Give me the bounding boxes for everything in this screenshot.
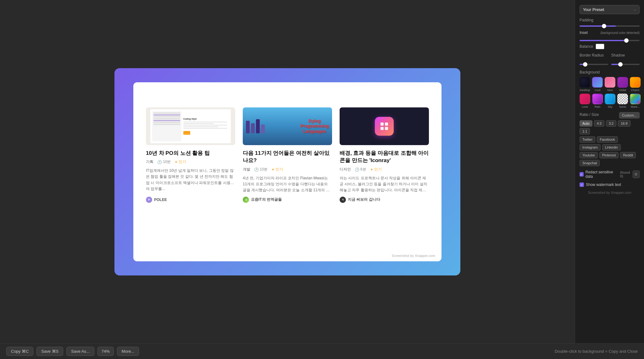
watermark-check-icon: ✓ (580, 183, 583, 187)
redact-row: ✓ Redact sensitive data (found 0) ⚙ (580, 170, 640, 179)
watermark-label: Show watermark text (586, 182, 621, 187)
border-radius-label: Border Radius (580, 53, 608, 57)
ratio-size-label: Ratio / Size (580, 112, 599, 117)
article-title-2: 다음 11가지 언어들은 여전히 살아있나요? (243, 150, 332, 165)
bg-swatch-sky[interactable]: Sky (605, 94, 615, 108)
content-card: Coding Style 🔥 (133, 82, 441, 261)
article-meta-3: 디자인 🕐 6분 ✦ 인기 (340, 167, 429, 172)
bottom-hint: Double-click to background = Copy and Cl… (555, 349, 638, 354)
bg-swatch-cool[interactable]: Cool (592, 77, 603, 92)
bg-swatch-desktop[interactable]: Desktop (580, 77, 590, 92)
ratio-4-3-btn[interactable]: 4:3 (594, 120, 604, 127)
inset-label: Inset (580, 30, 588, 35)
article-time-2: 🕐 10분 (254, 167, 268, 172)
padding-slider[interactable] (580, 25, 640, 27)
watermark-checkbox[interactable]: ✓ (580, 182, 584, 187)
thumb-2-text: DyingProgrammingLanguages (300, 118, 329, 134)
bg-swatch-rain[interactable]: Rain (592, 94, 603, 108)
padding-section: Padding (580, 18, 640, 27)
sidebar: Your Preset ⌄ Padding Inset (background … (575, 0, 644, 343)
article-thumbnail-2: DyingProgrammingLanguages (243, 107, 332, 145)
border-radius-slider[interactable] (580, 64, 608, 65)
custom-button[interactable]: Custom... (619, 112, 640, 118)
article-excerpt-3: 저는 사이드 프로젝트나 문서 작성을 위해 아이콘 제공 서비스, 블러그인 … (340, 175, 429, 193)
article-thumbnail-3 (340, 107, 429, 145)
bg-swatch-charm[interactable]: Charm (630, 77, 641, 92)
bg-swatch-none[interactable]: None (617, 94, 628, 108)
articles-grid: Coding Style 🔥 (146, 107, 429, 203)
article-excerpt-1: IT업계에서만 10년 넘게 일하다 보니, 그동안 정말 많은 협업 툴을 접… (146, 168, 235, 193)
bg-swatch-nice[interactable]: Nice (605, 77, 615, 92)
check-icon: ✓ (580, 173, 583, 176)
article-excerpt-2: 4년 전, 기업가이자 라이프 코치인 Flavian Mwasi는 11개의 … (243, 175, 332, 193)
author-avatar-3: 지 (340, 197, 346, 203)
bg-swatch-violet[interactable]: Violet (617, 77, 628, 92)
article-meta-1: 기획 🕐 10분 ✦ 인기 (146, 159, 235, 165)
canvas-area: Coding Style 🔥 (0, 0, 575, 343)
bottom-left-buttons: Copy ⌘C Save ⌘S Save As... 74% More... (6, 347, 139, 356)
article-category-1: 기획 (146, 159, 153, 165)
social-instagram-btn[interactable]: Instagram (580, 144, 601, 150)
svg-rect-2 (385, 122, 388, 126)
redact-checkbox-row: ✓ Redact sensitive data (found 0) (580, 170, 633, 179)
bg-swatch-more[interactable]: More... (630, 94, 641, 108)
redact-label: Redact sensitive data (586, 170, 618, 179)
social-reddit-btn[interactable]: Reddit (620, 152, 636, 158)
save-as-button[interactable]: Save As... (66, 347, 94, 356)
social-linkedin-btn[interactable]: Linkedin (602, 144, 621, 150)
ratio-3-2-btn[interactable]: 3:2 (606, 120, 616, 127)
redact-gear-button[interactable]: ⚙ (633, 171, 640, 178)
social-pinterest-btn[interactable]: Pinterest (599, 152, 619, 158)
balance-row: Balance (580, 44, 640, 49)
article-author-2: 요 요즘IT의 번역글들 (243, 197, 332, 203)
inset-slider[interactable] (580, 40, 640, 41)
ratio-buttons: Auto 4:3 3:2 16:9 1:1 (580, 120, 640, 134)
article-card-2: DyingProgrammingLanguages 다음 11가지 언어들은 여… (243, 107, 332, 203)
article-meta-2: 개발 🕐 10분 ✦ 인기 (243, 167, 332, 172)
article-author-1: P POLEE (146, 197, 235, 203)
iconray-icon (375, 117, 394, 136)
shadow-slider[interactable] (611, 64, 640, 65)
inset-section: Inset (background color detected) Balanc… (580, 30, 640, 49)
redact-found: (found 0) (620, 171, 633, 178)
preset-arrow-icon: ⌄ (634, 8, 636, 11)
social-youtube-btn[interactable]: Youtube (580, 152, 598, 158)
background-swatches-row: Desktop Cool Nice Violet Charm (580, 77, 640, 108)
ratio-section: Ratio / Size Custom... Auto 4:3 3:2 16:9… (580, 112, 640, 166)
svg-rect-0 (380, 122, 384, 126)
watermark: Screenshot by Xnapper.com (392, 254, 435, 258)
social-twitter-btn[interactable]: Twitter (580, 136, 595, 143)
preset-select[interactable]: Your Preset ⌄ (580, 5, 640, 14)
redact-checkbox[interactable]: ✓ (580, 172, 584, 177)
ratio-16-9-btn[interactable]: 16:9 (618, 120, 630, 127)
article-time-3: 🕐 6분 (355, 167, 366, 172)
article-title-3: 배경, 효과 등을 마음대로 조합해 아이콘을 만드는 'Iconray' (340, 150, 429, 165)
ratio-auto-btn[interactable]: Auto (580, 120, 592, 127)
shadow-label: Shadow (611, 53, 640, 57)
article-title-1: 10년 차 PO의 노션 활용 팁 (146, 150, 235, 157)
social-snapchat-btn[interactable]: Snapchat (580, 160, 600, 166)
balance-swatch (596, 44, 604, 49)
padding-label: Padding (580, 18, 640, 22)
article-popular-2: ✦ 인기 (271, 167, 283, 172)
ratio-size-row: Ratio / Size Custom... (580, 112, 640, 118)
more-button[interactable]: More... (117, 347, 139, 356)
border-shadow-section: Border Radius Shadow (580, 53, 640, 66)
article-popular-3: ✦ 인기 (370, 167, 382, 172)
save-button[interactable]: Save ⌘S (36, 347, 63, 356)
background-section: Background Desktop Cool Nice Violet (580, 70, 640, 108)
article-category-3: 디자인 (340, 167, 351, 172)
svg-rect-1 (380, 127, 384, 130)
preset-label: Your Preset (583, 7, 604, 12)
social-buttons: Twitter Facebook Instagram Linkedin Yout… (580, 136, 640, 166)
ratio-1-1-btn[interactable]: 1:1 (580, 128, 590, 134)
bg-swatch-love[interactable]: Love (580, 94, 590, 108)
copy-button[interactable]: Copy ⌘C (6, 347, 33, 356)
bottom-bar: Copy ⌘C Save ⌘S Save As... 74% More... D… (0, 343, 644, 359)
zoom-display: 74% (97, 347, 114, 356)
svg-rect-3 (385, 127, 388, 130)
border-radius-group: Border Radius (580, 53, 608, 66)
watermark-checkbox-row: ✓ Show watermark text (580, 182, 640, 187)
author-avatar-2: 요 (243, 197, 249, 203)
social-facebook-btn[interactable]: Facebook (597, 136, 618, 143)
